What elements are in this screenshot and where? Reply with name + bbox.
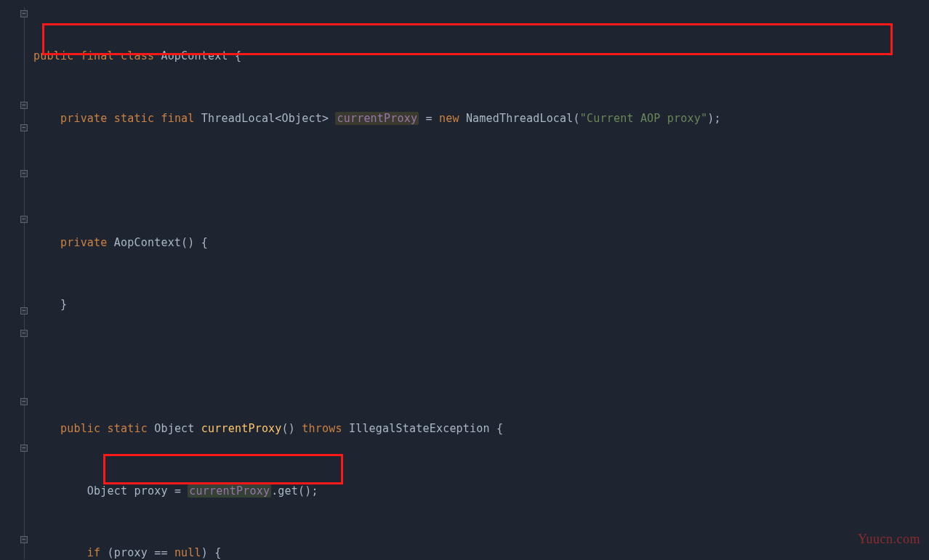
code-line: public final class AopContext { xyxy=(28,45,929,68)
fold-icon[interactable]: − xyxy=(20,170,28,177)
keyword: public xyxy=(33,49,73,62)
class-name: AopContext xyxy=(161,49,228,62)
keyword: final xyxy=(81,49,114,62)
type: Object xyxy=(282,112,322,125)
fold-icon[interactable]: − xyxy=(20,10,28,17)
code-line: private AopContext() { xyxy=(28,232,929,255)
keyword: null xyxy=(174,546,201,559)
fold-icon[interactable]: − xyxy=(20,124,28,131)
code-area[interactable]: public final class AopContext { private … xyxy=(28,0,929,560)
punctuation: ); xyxy=(707,112,720,125)
fold-icon[interactable]: − xyxy=(20,536,28,543)
keyword: final xyxy=(161,112,194,125)
keyword: throws xyxy=(302,422,342,435)
code-editor: − − − − − − − − − − public final class A… xyxy=(0,0,929,560)
type: Object xyxy=(87,484,127,498)
signature: () { xyxy=(181,236,208,249)
fold-icon[interactable]: − xyxy=(20,307,28,315)
code-line: private static final ThreadLocal<Object>… xyxy=(28,107,929,131)
signature: () xyxy=(282,422,295,435)
method-name: currentProxy xyxy=(201,422,282,435)
field-ref: currentProxy xyxy=(188,484,271,498)
brace: } xyxy=(60,298,67,311)
fold-icon[interactable]: − xyxy=(20,102,28,109)
operator: = xyxy=(425,112,432,125)
fold-icon[interactable]: − xyxy=(20,216,28,223)
variable: proxy xyxy=(134,484,167,498)
code-line: Object proxy = currentProxy.get(); xyxy=(28,480,929,503)
keyword: private xyxy=(60,112,108,125)
type: Object xyxy=(154,422,194,435)
fold-icon[interactable]: − xyxy=(20,398,28,405)
keyword: class xyxy=(121,49,154,62)
exception: IllegalStateException xyxy=(349,422,490,435)
keyword: static xyxy=(114,112,154,125)
watermark: Yuucn.com xyxy=(858,532,920,547)
keyword: if xyxy=(87,546,100,559)
keyword: private xyxy=(60,236,108,249)
operator: = xyxy=(174,484,181,498)
code-line: public static Object currentProxy() thro… xyxy=(28,418,929,441)
brace: { xyxy=(235,49,241,62)
gutter-guideline xyxy=(24,7,25,559)
code-line xyxy=(28,356,929,379)
condition: (proxy == xyxy=(108,546,168,559)
code-line: } xyxy=(28,293,929,317)
constructor: AopContext xyxy=(114,236,181,249)
type: ThreadLocal xyxy=(201,112,276,125)
gutter: − − − − − − − − − − xyxy=(0,0,28,560)
fold-icon[interactable]: − xyxy=(20,330,28,337)
keyword: new xyxy=(439,112,459,125)
field-name: currentProxy xyxy=(335,112,419,125)
code-line xyxy=(28,169,929,192)
keyword: public xyxy=(60,422,100,435)
code-line: if (proxy == null) { xyxy=(28,542,929,560)
method-call: .get(); xyxy=(271,484,318,498)
fold-icon[interactable]: − xyxy=(20,445,28,452)
constructor: NamedThreadLocal xyxy=(466,112,574,125)
brace: { xyxy=(496,422,503,435)
keyword: static xyxy=(108,422,148,435)
string-literal: "Current AOP proxy" xyxy=(580,112,707,125)
brace: ) { xyxy=(201,546,222,559)
